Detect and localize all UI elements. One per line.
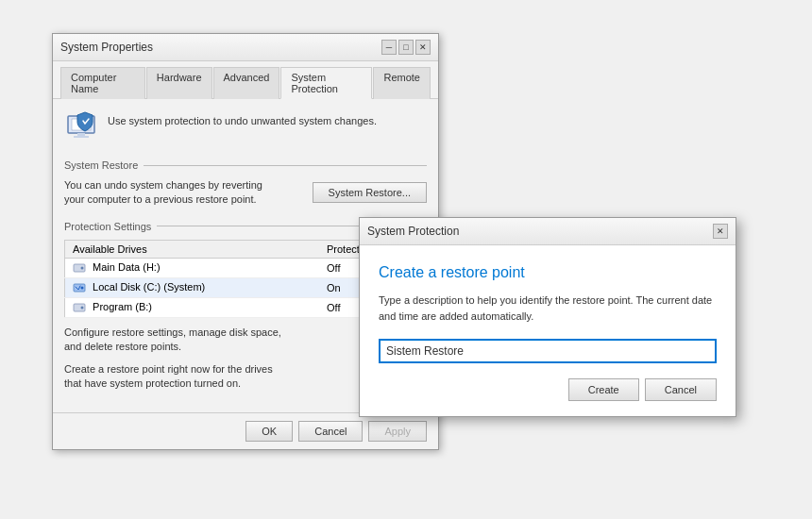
intro-section: Use system protection to undo unwanted s… — [64, 110, 427, 144]
svg-point-9 — [81, 307, 84, 310]
svg-rect-2 — [77, 133, 85, 136]
cancel-button[interactable]: Cancel — [298, 421, 363, 442]
dialog-close-button[interactable]: ✕ — [713, 224, 728, 239]
maximize-button[interactable]: □ — [398, 40, 414, 55]
drive-name-cell: Main Data (H:) — [65, 258, 319, 277]
restore-description: You can undo system changes by reverting… — [64, 178, 272, 208]
close-button[interactable]: ✕ — [415, 40, 431, 55]
system-properties-title-bar: System Properties ─ □ ✕ — [53, 34, 438, 61]
svg-point-5 — [81, 266, 84, 269]
tab-system-protection[interactable]: System Protection — [280, 67, 372, 99]
tab-computer-name[interactable]: Computer Name — [60, 67, 145, 99]
dialog-title: System Protection — [367, 225, 459, 238]
configure-description: Configure restore settings, manage disk … — [64, 326, 291, 355]
ok-button[interactable]: OK — [245, 421, 293, 442]
intro-text: Use system protection to undo unwanted s… — [108, 114, 377, 128]
dialog-description: Type a description to help you identify … — [379, 293, 717, 324]
apply-button[interactable]: Apply — [368, 421, 427, 442]
svg-rect-3 — [74, 136, 89, 138]
dialog-heading: Create a restore point — [379, 264, 717, 281]
tab-hardware[interactable]: Hardware — [146, 67, 212, 99]
drive-icon — [73, 261, 86, 275]
title-bar-controls: ─ □ ✕ — [381, 40, 431, 55]
dialog-create-button[interactable]: Create — [568, 378, 639, 401]
drive-icon — [73, 281, 86, 294]
tab-remote[interactable]: Remote — [373, 67, 431, 99]
system-restore-label: System Restore — [64, 159, 427, 171]
bottom-buttons-bar: OK Cancel Apply — [53, 412, 438, 449]
system-properties-title: System Properties — [60, 41, 153, 54]
restore-point-name-input[interactable] — [379, 339, 717, 363]
dialog-cancel-button[interactable]: Cancel — [645, 378, 717, 401]
system-restore-button[interactable]: System Restore... — [313, 182, 427, 203]
tab-advanced[interactable]: Advanced — [213, 67, 280, 99]
drive-name-cell: Local Disk (C:) (System) — [65, 277, 319, 297]
restore-row: You can undo system changes by reverting… — [64, 178, 427, 208]
column-drives: Available Drives — [65, 240, 319, 258]
system-restore-section: System Restore You can undo system chang… — [64, 159, 427, 208]
tabs-bar: Computer Name Hardware Advanced System P… — [53, 61, 438, 99]
svg-point-7 — [81, 286, 84, 289]
system-protection-dialog: System Protection ✕ Create a restore poi… — [359, 217, 736, 417]
drive-name-cell: Program (B:) — [65, 297, 319, 317]
drive-icon — [73, 301, 86, 314]
create-restore-description: Create a restore point right now for the… — [64, 362, 291, 392]
dialog-title-bar: System Protection ✕ — [360, 218, 736, 245]
dialog-content: Create a restore point Type a descriptio… — [360, 245, 736, 416]
dialog-buttons: Create Cancel — [379, 378, 717, 401]
minimize-button[interactable]: ─ — [381, 40, 397, 55]
shield-computer-icon — [64, 110, 98, 144]
